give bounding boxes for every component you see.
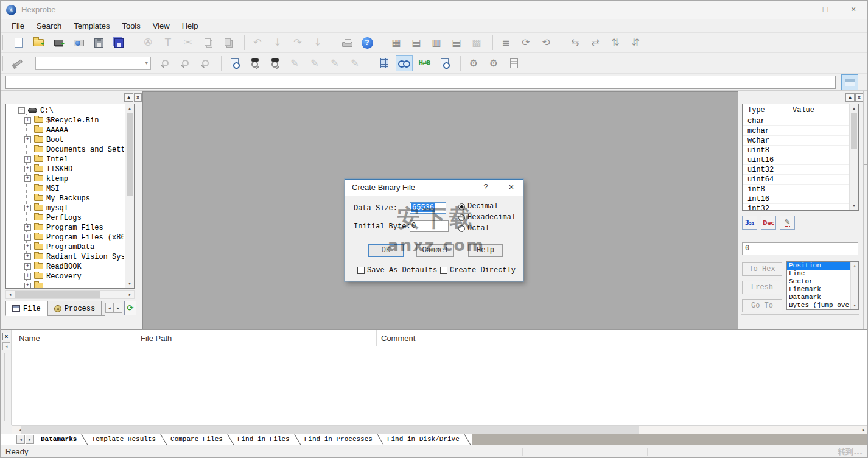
minimize-button[interactable]: – — [783, 1, 811, 19]
menu-help[interactable]: Help — [176, 21, 205, 30]
value-input[interactable]: 0 — [742, 242, 858, 255]
edit-pen-undo-button[interactable]: ✎ — [326, 55, 343, 71]
menu-view[interactable]: View — [147, 21, 176, 30]
expand-icon[interactable]: + — [24, 263, 31, 270]
list-item[interactable]: Bytes (jump over) — [787, 301, 858, 309]
tree-item[interactable]: MSI — [7, 183, 124, 193]
table-row[interactable]: mchar — [743, 126, 849, 136]
tab-scroll-right-button[interactable]: ▸ — [26, 435, 34, 444]
refresh-button[interactable]: ⟳ — [124, 301, 136, 315]
paste-button[interactable] — [220, 35, 237, 51]
report-button[interactable] — [505, 55, 522, 71]
table-row[interactable]: int16 — [743, 194, 849, 204]
scroll-right-icon[interactable]: ▸ — [126, 291, 134, 298]
find-binary-button[interactable] — [266, 55, 283, 71]
tab-file[interactable]: File — [5, 301, 47, 316]
template-options-button[interactable]: ⚙ — [465, 55, 482, 71]
flashlight-button[interactable] — [10, 55, 27, 71]
expand-icon[interactable]: + — [24, 283, 31, 289]
create-directly-checkbox[interactable]: Create Directly — [440, 266, 516, 275]
menu-search[interactable]: Search — [30, 21, 68, 30]
panel-close-button[interactable]: x — [2, 333, 10, 340]
step-down-2-button[interactable]: ↓ — [309, 35, 326, 51]
tree-scrollbar[interactable]: ▴ ▾ — [125, 104, 134, 288]
table-row[interactable]: wchar — [743, 136, 849, 146]
scroll-down-icon[interactable]: ▾ — [851, 302, 858, 309]
data-inspector-button[interactable] — [396, 55, 413, 71]
list-scrollbar[interactable]: ▴ ▾ — [850, 262, 858, 309]
view-table-button[interactable]: ▤ — [408, 35, 425, 51]
narrow-columns-button[interactable]: ⇄ — [587, 35, 604, 51]
tab-compare-files[interactable]: Compare Files — [166, 434, 233, 445]
tree-item[interactable]: +Boot — [7, 135, 124, 144]
tree-item[interactable]: + — [7, 281, 124, 288]
expand-icon[interactable]: + — [24, 156, 31, 163]
expand-icon[interactable]: + — [24, 175, 31, 182]
scroll-up-icon[interactable]: ▴ — [125, 104, 134, 113]
open-file-button[interactable] — [30, 35, 47, 51]
tab-find-in-disk-drive[interactable]: Find in Disk/Drive — [382, 434, 469, 445]
save-all-button[interactable] — [110, 35, 127, 51]
panel-pin-button[interactable]: ▴ — [845, 93, 855, 102]
address-input[interactable] — [5, 76, 836, 89]
save-as-defaults-checkbox[interactable]: Save As Defaults — [357, 266, 437, 275]
scroll-down-icon[interactable]: ▾ — [850, 202, 858, 210]
fresh-button[interactable]: Fresh — [742, 281, 782, 294]
expand-icon[interactable]: + — [24, 244, 31, 250]
tree-item[interactable]: +Recovery — [7, 271, 124, 281]
tree-horizontal-scrollbar[interactable]: ◂ ▸ — [5, 290, 135, 299]
maximize-button[interactable]: □ — [811, 1, 839, 19]
find-mask-button[interactable] — [246, 55, 263, 71]
edit-pen-clear-button[interactable]: ✎ — [346, 55, 363, 71]
find-button[interactable] — [156, 55, 173, 71]
open-device-button[interactable] — [50, 35, 67, 51]
decimal-display-button[interactable]: Dec — [761, 216, 776, 230]
scroll-down-icon[interactable]: ▾ — [125, 280, 134, 288]
table-row[interactable]: int8 — [743, 185, 849, 194]
data-panel-toggle-button[interactable] — [841, 74, 858, 90]
expand-icon[interactable]: + — [24, 224, 31, 231]
tree-item[interactable]: +$Recycle.Bin — [7, 115, 124, 125]
step-down-button[interactable]: ↓ — [269, 35, 286, 51]
tab-scroll-left-button[interactable]: ◂ — [105, 303, 114, 313]
scrollbar-thumb[interactable] — [21, 426, 639, 434]
edit-values-button[interactable]: ✎ — [780, 216, 795, 230]
menu-templates[interactable]: Templates — [68, 21, 116, 30]
byte-order-button[interactable]: 3₂₁ — [742, 216, 757, 230]
row-format-button[interactable]: ≣ — [497, 35, 514, 51]
rotate-left-button[interactable]: ⟲ — [537, 35, 555, 51]
new-file-button[interactable] — [10, 35, 27, 51]
tab-find-in-files[interactable]: Find in Files — [233, 434, 299, 445]
expand-icon[interactable]: + — [24, 234, 31, 241]
tab-scroll-left-button[interactable]: ◂ — [16, 435, 25, 444]
widen-columns-button[interactable]: ⇆ — [567, 35, 584, 51]
list-item[interactable]: Line — [787, 270, 858, 278]
insert-text-button[interactable]: T — [159, 35, 177, 51]
scroll-left-icon[interactable]: ◂ — [6, 291, 14, 298]
scrollbar-thumb[interactable] — [15, 291, 100, 298]
edit-pen-redo-button[interactable]: ✎ — [306, 55, 323, 71]
table-row[interactable]: int32 — [743, 204, 849, 211]
tree-item[interactable]: +ProgramData — [7, 242, 124, 252]
column-divider[interactable] — [136, 330, 136, 346]
table-row[interactable]: uint16 — [743, 155, 849, 165]
collapse-icon[interactable]: − — [18, 107, 25, 114]
view-rows-button[interactable]: ▤ — [448, 35, 465, 51]
search-combobox[interactable]: ▾ — [35, 57, 151, 70]
help-button[interactable]: ? — [359, 35, 376, 51]
menu-tools[interactable]: Tools — [116, 21, 146, 30]
dialog-help-button[interactable]: ? — [480, 182, 491, 191]
tree-item[interactable]: +Radiant Vision Systems — [7, 252, 124, 261]
view-grid-button[interactable]: ▦ — [388, 35, 405, 51]
table-row[interactable]: char — [743, 116, 849, 126]
results-horizontal-scrollbar[interactable]: ◂ ▸ — [12, 425, 867, 434]
tree-item[interactable]: PerfLogs — [7, 213, 124, 222]
tree-item[interactable]: +mysql — [7, 203, 124, 213]
rotate-right-button[interactable]: ⟳ — [517, 35, 534, 51]
list-item[interactable]: Position — [787, 262, 858, 270]
list-item[interactable]: Datamark — [787, 294, 858, 301]
view-custom-button[interactable]: ▩ — [468, 35, 485, 51]
panel-pin-button[interactable]: ▴ — [124, 93, 133, 102]
scrollbar-thumb[interactable] — [127, 113, 133, 196]
tree-item[interactable]: +ITSKHD — [7, 164, 124, 174]
